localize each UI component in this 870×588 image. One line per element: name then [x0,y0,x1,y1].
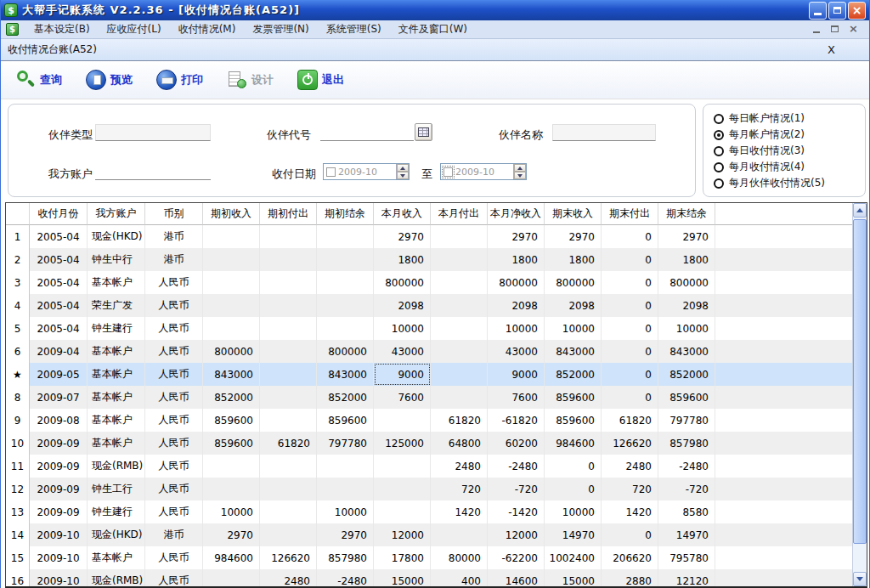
cell[interactable]: 14600 [488,569,545,586]
cell[interactable]: 1800 [488,248,545,271]
cell[interactable]: 2480 [431,455,488,478]
cell[interactable]: 港币 [145,523,203,546]
cell[interactable]: 港币 [145,225,203,248]
preview-button[interactable]: 预览 [82,67,137,93]
spin-up-button[interactable] [397,164,409,172]
close-button[interactable]: × [848,2,866,20]
radio-icon[interactable] [714,162,724,172]
row-number[interactable]: 9 [6,409,30,432]
cell[interactable]: 15000 [545,569,602,586]
cell[interactable] [431,523,488,546]
cell[interactable] [317,271,374,294]
partner-name-input[interactable] [552,124,656,141]
cell[interactable]: 800000 [545,271,602,294]
cell[interactable]: 基本帐户 [88,409,145,432]
cell[interactable] [260,363,317,386]
cell[interactable]: 797780 [317,432,374,455]
cell[interactable]: 人民币 [145,386,203,409]
menu-item[interactable]: 应收应付(L) [99,20,170,39]
cell[interactable]: -2480 [317,569,374,586]
date-to-value[interactable]: 2009-10 [455,167,513,178]
cell[interactable] [260,294,317,317]
cell[interactable] [203,455,260,478]
date-from-value[interactable]: 2009-10 [338,167,396,178]
menu-item[interactable]: 基本设定(B) [25,20,99,39]
cell[interactable]: 206620 [602,546,658,569]
cell[interactable]: 人民币 [145,546,203,569]
cell[interactable]: -720 [658,478,715,500]
cell[interactable] [203,478,260,500]
query-button[interactable]: 查询 [11,67,66,93]
partner-code-input[interactable] [320,124,414,141]
mdi-minimize-button[interactable] [811,23,825,36]
cell[interactable]: 795780 [658,546,715,569]
cell[interactable]: 2098 [374,294,431,317]
cell[interactable]: 2480 [602,455,658,478]
date-from-field[interactable]: 2009-10 [323,163,410,180]
cell[interactable]: 859600 [545,409,602,432]
cell[interactable] [431,225,488,248]
cell[interactable] [374,478,431,500]
table-row[interactable]: 32005-04基本帐户人民币8000008000008000000800000 [6,271,852,294]
cell[interactable]: 2009-09 [30,432,88,455]
cell[interactable]: 基本帐户 [88,340,145,363]
cell[interactable]: 0 [602,271,658,294]
cell[interactable] [260,409,317,432]
cell[interactable]: 0 [602,363,658,386]
cell[interactable]: 基本帐户 [88,386,145,409]
cell[interactable]: 843000 [658,340,715,363]
cell[interactable]: 2009-08 [30,409,88,432]
spin-up-button[interactable] [514,164,526,172]
cell[interactable]: 43000 [488,340,545,363]
cell[interactable]: 基本帐户 [88,271,145,294]
restore-button[interactable] [828,2,846,20]
cell[interactable]: 0 [602,248,658,271]
cell[interactable]: 钟生建行 [88,317,145,340]
cell[interactable]: 荣生广发 [88,294,145,317]
cell[interactable] [260,340,317,363]
cell[interactable]: 800000 [658,271,715,294]
cell[interactable]: 基本帐户 [88,546,145,569]
cell[interactable]: 钟生建行 [88,500,145,523]
cell[interactable]: 现金(HKD) [88,225,145,248]
cell[interactable]: 2970 [545,225,602,248]
table-row[interactable]: 22005-04钟生中行港币18001800180001800 [6,248,852,271]
cell[interactable]: 10000 [658,317,715,340]
scroll-up-button[interactable] [853,203,867,218]
cell[interactable] [203,225,260,248]
date-from-checkbox[interactable] [326,167,336,177]
cell[interactable]: 2009-07 [30,386,88,409]
cell[interactable]: 800000 [374,271,431,294]
radio-icon[interactable] [714,178,724,189]
cell[interactable]: 80000 [431,546,488,569]
row-number[interactable]: 16 [6,569,30,586]
cell[interactable]: 859600 [203,409,260,432]
cell[interactable]: 2009-09 [30,455,88,478]
cell[interactable]: 2098 [658,294,715,317]
cell[interactable]: 7600 [374,386,431,409]
cell[interactable]: 0 [602,225,658,248]
cell[interactable]: 人民币 [145,569,203,586]
cell[interactable]: 10000 [317,500,374,523]
exit-button[interactable]: 退出 [293,67,348,93]
cell[interactable] [260,248,317,271]
row-number[interactable]: 14 [6,523,30,546]
cell[interactable]: 2009-09 [30,500,88,523]
child-window-icon[interactable]: $ [6,23,19,36]
cell[interactable]: -720 [488,478,545,500]
cell[interactable]: 43000 [374,340,431,363]
cell[interactable]: 9000 [374,363,431,386]
menu-item[interactable]: 发票管理(N) [244,20,317,39]
cell[interactable]: 14970 [658,523,715,546]
cell[interactable]: 125000 [374,432,431,455]
mdi-close-button[interactable]: × [846,23,861,36]
cell[interactable]: 0 [602,294,658,317]
cell[interactable] [203,271,260,294]
cell[interactable] [203,248,260,271]
cell[interactable] [317,455,374,478]
cell[interactable]: 1420 [431,500,488,523]
cell[interactable]: 720 [602,478,658,500]
cell[interactable]: 2009-04 [30,340,88,363]
cell[interactable]: 2009-05 [30,363,88,386]
cell[interactable] [317,478,374,500]
